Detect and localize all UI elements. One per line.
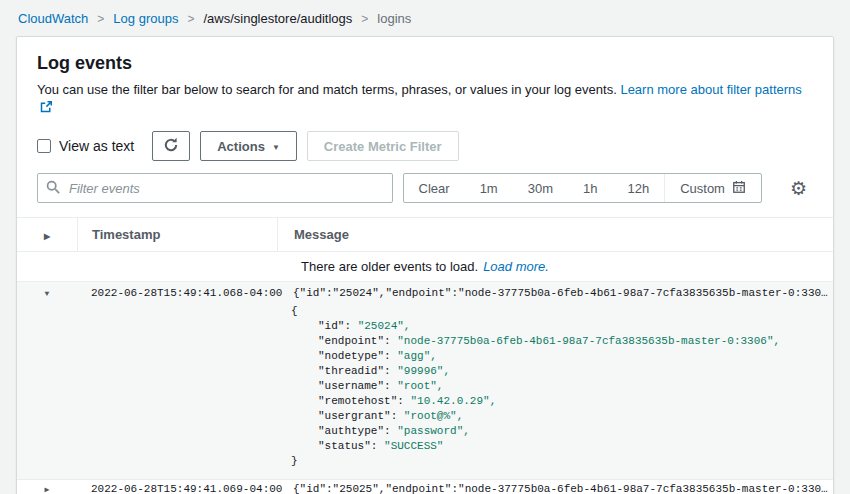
custom-range-label: Custom [680,181,725,196]
filter-bar: Clear 1m 30m 1h 12h Custom [37,173,813,203]
caret-down-icon [272,139,280,154]
view-as-text-label: View as text [59,138,134,154]
json-line: threadid99996 [291,364,833,379]
actions-button[interactable]: Actions [200,131,297,161]
time-range-12h-button[interactable]: 12h [612,174,664,202]
json-line: remotehost10.42.0.29 [291,394,833,409]
create-metric-filter-label: Create Metric Filter [324,139,442,154]
refresh-icon [163,137,179,156]
time-range-group: Clear 1m 30m 1h 12h Custom [403,173,762,203]
event-message: {"id":"25025","endpoint":"node-37775b0a-… [277,483,833,494]
toolbar: View as text Actions Create Metric Filte… [37,131,813,161]
older-events-text: There are older events to load. [301,259,478,274]
column-header-timestamp: Timestamp [77,218,277,252]
calendar-icon [732,180,746,197]
event-timestamp: 2022-06-28T15:49:41.069-04:00 [77,483,277,494]
load-more-link[interactable]: Load more. [483,259,549,274]
actions-label: Actions [217,139,265,154]
breadcrumb-log-group-name[interactable]: /aws/singlestore/auditlogs [203,11,352,26]
search-icon [46,180,60,197]
filter-events-input[interactable] [67,180,384,197]
description-text: You can use the filter bar below to sear… [37,82,617,97]
json-line: statusSUCCESS [291,439,833,454]
chevron-right-icon [97,11,104,26]
refresh-button[interactable] [152,131,190,161]
collapse-row-icon[interactable] [45,287,50,299]
column-header-message: Message [277,218,833,252]
view-as-text-checkbox[interactable] [37,139,51,153]
expand-row-icon[interactable] [45,483,50,494]
filter-events-searchbox [37,173,393,203]
json-line: usernameroot [291,379,833,394]
external-link-icon [37,100,52,115]
log-events-panel: Log events You can use the filter bar be… [16,36,834,494]
create-metric-filter-button[interactable]: Create Metric Filter [307,131,459,161]
time-range-30m-button[interactable]: 30m [513,174,568,202]
breadcrumb-current-stream: logins [377,11,411,26]
time-range-custom-button[interactable]: Custom [664,174,761,202]
chevron-right-icon [187,11,194,26]
json-line: usergrantroot@% [291,409,833,424]
json-line: authtypepassword [291,424,833,439]
breadcrumb: CloudWatch Log groups /aws/singlestore/a… [0,0,850,36]
time-range-1m-button[interactable]: 1m [465,174,513,202]
event-message: {"id":"25024","endpoint":"node-37775b0a-… [277,287,833,299]
time-range-clear-button[interactable]: Clear [404,174,465,202]
page-description: You can use the filter bar below to sear… [37,81,813,117]
chevron-right-icon [361,11,368,26]
json-line: id25024 [291,319,833,334]
json-line: endpointnode-37775b0a-6feb-4b61-98a7-7cf… [291,334,833,349]
view-as-text-control[interactable]: View as text [37,138,134,154]
breadcrumb-cloudwatch[interactable]: CloudWatch [18,11,88,26]
table-header: Timestamp Message [17,218,833,252]
expand-all-icon[interactable] [44,227,50,242]
event-json-detail: id25024 endpointnode-37775b0a-6feb-4b61-… [291,304,833,469]
event-timestamp: 2022-06-28T15:49:41.068-04:00 [77,287,277,299]
time-range-1h-button[interactable]: 1h [568,174,612,202]
log-events-table: Timestamp Message There are older events… [17,217,833,494]
json-line: nodetypeagg [291,349,833,364]
gear-icon [790,183,807,198]
learn-more-label: Learn more about filter patterns [620,82,801,97]
log-event-row[interactable]: 2022-06-28T15:49:41.069-04:00 {"id":"250… [17,480,833,494]
older-events-row: There are older events to load. Load mor… [17,252,833,282]
log-event-row-expanded[interactable]: 2022-06-28T15:49:41.068-04:00 {"id":"250… [17,282,833,480]
breadcrumb-log-groups[interactable]: Log groups [113,11,178,26]
page-title: Log events [37,53,813,74]
preferences-gear-button[interactable] [784,175,813,202]
